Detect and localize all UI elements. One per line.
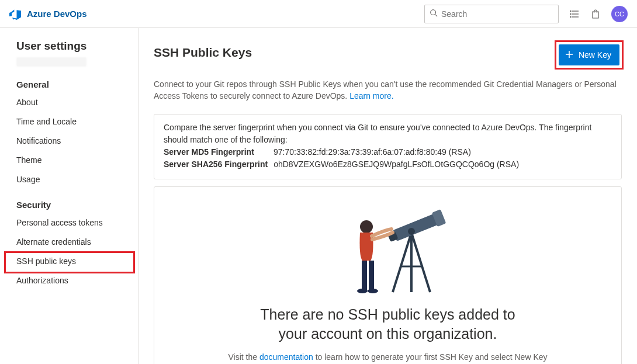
- empty-sub-post: to learn how to generate your first SSH …: [313, 352, 548, 364]
- svg-rect-20: [369, 261, 374, 290]
- shopping-bag-icon[interactable]: [590, 9, 601, 19]
- sidebar-item-about[interactable]: About: [0, 93, 138, 112]
- header-right: CC: [424, 5, 628, 23]
- main-content: SSH Public Keys New Key Connect to your …: [139, 28, 637, 364]
- sidebar-item-ssh-keys[interactable]: SSH public keys: [0, 252, 138, 271]
- documentation-link[interactable]: documentation: [259, 352, 313, 362]
- svg-line-11: [411, 233, 430, 292]
- sidebar-item-usage[interactable]: Usage: [0, 170, 138, 189]
- empty-state-card: There are no SSH public keys added to yo…: [154, 186, 622, 364]
- settings-list-icon[interactable]: [569, 9, 580, 19]
- fingerprint-md5-row: Server MD5 Fingerprint 97:70:33:82:fd:29…: [164, 146, 612, 158]
- search-input[interactable]: [441, 9, 553, 19]
- fingerprint-sha256-row: Server SHA256 Fingerprint ohD8VZEXGWo6Ez…: [164, 158, 612, 171]
- md5-label: Server MD5 Fingerprint: [164, 146, 268, 158]
- user-avatar[interactable]: CC: [611, 6, 628, 22]
- svg-point-6: [570, 13, 571, 14]
- sidebar-item-time-locale[interactable]: Time and Locale: [0, 112, 138, 131]
- sidebar-item-pat[interactable]: Personal access tokens: [0, 213, 138, 233]
- sidebar-item-authorizations[interactable]: Authorizations: [0, 271, 138, 290]
- md5-value: 97:70:33:82:fd:29:3a:73:39:af:6a:07:ad:f…: [274, 146, 471, 158]
- svg-point-18: [360, 220, 373, 233]
- sidebar-section-general: General: [0, 75, 138, 93]
- sidebar-item-alt-creds[interactable]: Alternate credentials: [0, 233, 138, 252]
- svg-point-21: [357, 289, 368, 293]
- main-header: SSH Public Keys New Key: [154, 42, 622, 68]
- user-name-redacted: [16, 57, 86, 67]
- svg-point-0: [431, 10, 436, 15]
- sha256-label: Server SHA256 Fingerprint: [164, 158, 268, 171]
- svg-line-10: [393, 233, 411, 292]
- learn-more-link[interactable]: Learn more.: [349, 91, 393, 100]
- sha256-value: ohD8VZEXGWo6Ez8GSEJQ9WpafgLFsOfLOtGGQCQo…: [274, 158, 519, 171]
- new-key-button[interactable]: New Key: [559, 44, 619, 65]
- svg-line-1: [435, 15, 438, 17]
- page-title: SSH Public Keys: [154, 42, 252, 60]
- sidebar-item-theme[interactable]: Theme: [0, 151, 138, 170]
- empty-state-subtext: Visit the documentation to learn how to …: [224, 351, 552, 364]
- sidebar: User settings General About Time and Loc…: [0, 28, 139, 364]
- empty-title-line2: your account on this organization.: [279, 325, 497, 342]
- empty-sub-pre: Visit the: [228, 352, 259, 362]
- fingerprint-card: Compare the server fingerprint when you …: [154, 114, 622, 179]
- search-input-wrap[interactable]: [424, 5, 559, 23]
- page-description: Connect to your Git repos through SSH Pu…: [154, 78, 622, 102]
- new-key-wrap: New Key: [556, 42, 622, 68]
- plus-icon: [565, 50, 574, 61]
- svg-point-5: [570, 11, 571, 11]
- svg-rect-14: [392, 213, 439, 241]
- svg-point-7: [570, 16, 571, 17]
- empty-state-title: There are no SSH public keys added to yo…: [172, 305, 604, 345]
- search-icon: [430, 9, 438, 19]
- global-header: Azure DevOps CC: [0, 0, 637, 28]
- new-key-label: New Key: [579, 50, 611, 60]
- sidebar-section-security: Security: [0, 195, 138, 213]
- svg-point-17: [408, 228, 415, 235]
- sidebar-title: User settings: [0, 37, 138, 56]
- brand-label[interactable]: Azure DevOps: [27, 9, 87, 19]
- svg-rect-19: [362, 261, 367, 290]
- empty-title-line1: There are no SSH public keys added to: [260, 306, 515, 323]
- body: User settings General About Time and Loc…: [0, 28, 637, 364]
- sidebar-item-notifications[interactable]: Notifications: [0, 131, 138, 151]
- azure-devops-logo-icon: [9, 8, 21, 20]
- header-left: Azure DevOps: [9, 8, 87, 20]
- fingerprint-intro: Compare the server fingerprint when you …: [164, 122, 612, 146]
- empty-state-illustration: [172, 197, 604, 297]
- svg-point-22: [368, 289, 378, 293]
